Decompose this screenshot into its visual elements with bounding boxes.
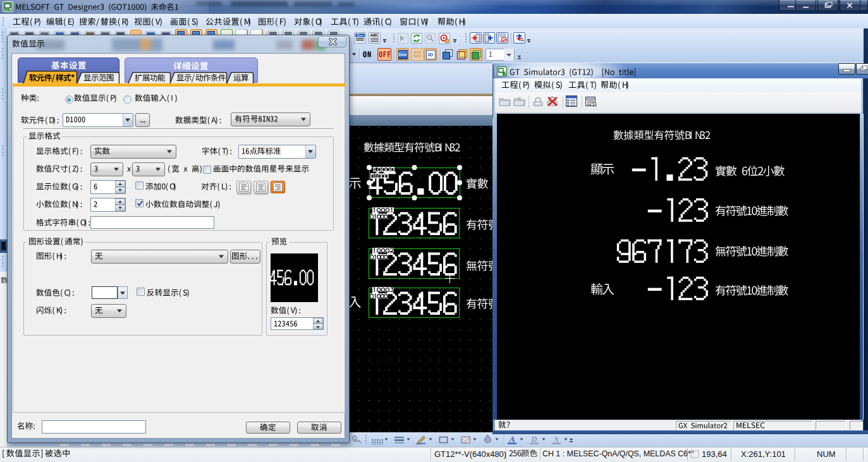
svg-text:3: 3 <box>504 71 506 75</box>
svg-text:A: A <box>509 434 515 444</box>
svg-text:S: S <box>554 434 558 444</box>
svg-text:D: D <box>530 434 537 444</box>
svg-text:ABC: ABC <box>370 33 379 37</box>
svg-text:Dev: Dev <box>357 33 364 37</box>
